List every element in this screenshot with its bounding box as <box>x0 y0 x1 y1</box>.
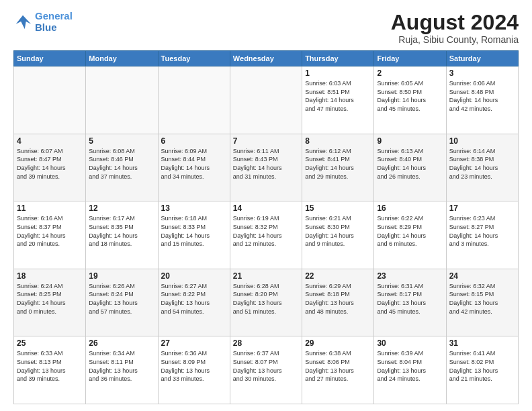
day-number: 3 <box>449 68 515 78</box>
day-info: Sunrise: 6:13 AM Sunset: 8:40 PM Dayligh… <box>377 147 443 181</box>
page-title: August 2024 <box>391 11 519 34</box>
calendar-cell: 19Sunrise: 6:26 AM Sunset: 8:24 PM Dayli… <box>86 269 158 336</box>
calendar-cell: 6Sunrise: 6:09 AM Sunset: 8:44 PM Daylig… <box>158 134 230 201</box>
day-info: Sunrise: 6:22 AM Sunset: 8:29 PM Dayligh… <box>377 214 443 248</box>
calendar-cell: 9Sunrise: 6:13 AM Sunset: 8:40 PM Daylig… <box>374 134 446 201</box>
day-info: Sunrise: 6:28 AM Sunset: 8:20 PM Dayligh… <box>233 282 299 316</box>
day-info: Sunrise: 6:11 AM Sunset: 8:43 PM Dayligh… <box>233 147 299 181</box>
day-info: Sunrise: 6:19 AM Sunset: 8:32 PM Dayligh… <box>233 214 299 248</box>
header: General Blue August 2024 Ruja, Sibiu Cou… <box>13 11 519 45</box>
day-info: Sunrise: 6:17 AM Sunset: 8:35 PM Dayligh… <box>89 214 154 248</box>
day-number: 5 <box>89 136 154 146</box>
calendar-week-1: 1Sunrise: 6:03 AM Sunset: 8:51 PM Daylig… <box>14 66 519 134</box>
calendar-cell <box>14 66 86 134</box>
calendar-cell: 27Sunrise: 6:36 AM Sunset: 8:09 PM Dayli… <box>158 336 230 404</box>
day-info: Sunrise: 6:06 AM Sunset: 8:48 PM Dayligh… <box>449 79 515 113</box>
calendar-cell: 13Sunrise: 6:18 AM Sunset: 8:33 PM Dayli… <box>158 201 230 269</box>
day-number: 17 <box>449 203 515 213</box>
day-info: Sunrise: 6:38 AM Sunset: 8:06 PM Dayligh… <box>305 349 371 383</box>
calendar-cell: 18Sunrise: 6:24 AM Sunset: 8:25 PM Dayli… <box>14 269 86 336</box>
calendar-cell: 5Sunrise: 6:08 AM Sunset: 8:46 PM Daylig… <box>86 134 158 201</box>
calendar-cell: 10Sunrise: 6:14 AM Sunset: 8:38 PM Dayli… <box>446 134 518 201</box>
day-number: 13 <box>161 203 227 213</box>
day-info: Sunrise: 6:36 AM Sunset: 8:09 PM Dayligh… <box>161 349 227 383</box>
day-number: 14 <box>233 203 299 213</box>
day-number: 29 <box>305 338 371 348</box>
day-number: 22 <box>305 271 371 281</box>
logo: General Blue <box>13 11 73 33</box>
calendar-cell: 17Sunrise: 6:23 AM Sunset: 8:27 PM Dayli… <box>446 201 518 269</box>
day-of-week-friday: Friday <box>374 51 446 66</box>
calendar-cell <box>158 66 230 134</box>
day-number: 27 <box>161 338 227 348</box>
day-info: Sunrise: 6:03 AM Sunset: 8:51 PM Dayligh… <box>305 79 371 113</box>
calendar-cell: 31Sunrise: 6:41 AM Sunset: 8:02 PM Dayli… <box>446 336 518 404</box>
day-of-week-tuesday: Tuesday <box>158 51 230 66</box>
svg-marker-0 <box>16 15 31 29</box>
logo-blue: Blue <box>35 22 73 34</box>
calendar-cell: 7Sunrise: 6:11 AM Sunset: 8:43 PM Daylig… <box>230 134 302 201</box>
calendar-cell: 29Sunrise: 6:38 AM Sunset: 8:06 PM Dayli… <box>302 336 374 404</box>
day-of-week-saturday: Saturday <box>446 51 518 66</box>
day-of-week-sunday: Sunday <box>14 51 86 66</box>
day-info: Sunrise: 6:31 AM Sunset: 8:17 PM Dayligh… <box>377 282 443 316</box>
calendar-week-2: 4Sunrise: 6:07 AM Sunset: 8:47 PM Daylig… <box>14 134 519 201</box>
calendar-cell: 3Sunrise: 6:06 AM Sunset: 8:48 PM Daylig… <box>446 66 518 134</box>
day-number: 18 <box>17 271 83 281</box>
day-info: Sunrise: 6:32 AM Sunset: 8:15 PM Dayligh… <box>449 282 515 316</box>
calendar-cell: 28Sunrise: 6:37 AM Sunset: 8:07 PM Dayli… <box>230 336 302 404</box>
day-number: 9 <box>377 136 443 146</box>
day-info: Sunrise: 6:12 AM Sunset: 8:41 PM Dayligh… <box>305 147 371 181</box>
day-info: Sunrise: 6:24 AM Sunset: 8:25 PM Dayligh… <box>17 282 83 316</box>
day-info: Sunrise: 6:14 AM Sunset: 8:38 PM Dayligh… <box>449 147 515 181</box>
day-number: 20 <box>161 271 227 281</box>
calendar-cell: 20Sunrise: 6:27 AM Sunset: 8:22 PM Dayli… <box>158 269 230 336</box>
day-info: Sunrise: 6:41 AM Sunset: 8:02 PM Dayligh… <box>449 349 515 383</box>
calendar-cell: 12Sunrise: 6:17 AM Sunset: 8:35 PM Dayli… <box>86 201 158 269</box>
calendar-cell <box>86 66 158 134</box>
day-number: 28 <box>233 338 299 348</box>
calendar-cell: 30Sunrise: 6:39 AM Sunset: 8:04 PM Dayli… <box>374 336 446 404</box>
calendar-week-3: 11Sunrise: 6:16 AM Sunset: 8:37 PM Dayli… <box>14 201 519 269</box>
day-number: 8 <box>305 136 371 146</box>
day-info: Sunrise: 6:27 AM Sunset: 8:22 PM Dayligh… <box>161 282 227 316</box>
calendar-body: 1Sunrise: 6:03 AM Sunset: 8:51 PM Daylig… <box>14 66 519 404</box>
day-info: Sunrise: 6:09 AM Sunset: 8:44 PM Dayligh… <box>161 147 227 181</box>
day-of-week-thursday: Thursday <box>302 51 374 66</box>
calendar-week-4: 18Sunrise: 6:24 AM Sunset: 8:25 PM Dayli… <box>14 269 519 336</box>
calendar-cell: 23Sunrise: 6:31 AM Sunset: 8:17 PM Dayli… <box>374 269 446 336</box>
day-number: 23 <box>377 271 443 281</box>
day-info: Sunrise: 6:39 AM Sunset: 8:04 PM Dayligh… <box>377 349 443 383</box>
page-subtitle: Ruja, Sibiu County, Romania <box>391 34 519 45</box>
day-info: Sunrise: 6:08 AM Sunset: 8:46 PM Dayligh… <box>89 147 154 181</box>
day-number: 4 <box>17 136 83 146</box>
day-number: 31 <box>449 338 515 348</box>
day-info: Sunrise: 6:21 AM Sunset: 8:30 PM Dayligh… <box>305 214 371 248</box>
day-number: 6 <box>161 136 227 146</box>
day-number: 11 <box>17 203 83 213</box>
day-of-week-wednesday: Wednesday <box>230 51 302 66</box>
calendar-cell: 15Sunrise: 6:21 AM Sunset: 8:30 PM Dayli… <box>302 201 374 269</box>
title-block: August 2024 Ruja, Sibiu County, Romania <box>391 11 519 45</box>
page: General Blue August 2024 Ruja, Sibiu Cou… <box>0 0 532 411</box>
calendar-cell: 22Sunrise: 6:29 AM Sunset: 8:18 PM Dayli… <box>302 269 374 336</box>
day-number: 10 <box>449 136 515 146</box>
day-info: Sunrise: 6:37 AM Sunset: 8:07 PM Dayligh… <box>233 349 299 383</box>
day-number: 25 <box>17 338 83 348</box>
day-info: Sunrise: 6:33 AM Sunset: 8:13 PM Dayligh… <box>17 349 83 383</box>
day-number: 1 <box>305 68 371 78</box>
day-number: 21 <box>233 271 299 281</box>
calendar-cell: 21Sunrise: 6:28 AM Sunset: 8:20 PM Dayli… <box>230 269 302 336</box>
day-info: Sunrise: 6:07 AM Sunset: 8:47 PM Dayligh… <box>17 147 83 181</box>
day-info: Sunrise: 6:18 AM Sunset: 8:33 PM Dayligh… <box>161 214 227 248</box>
day-number: 2 <box>377 68 443 78</box>
calendar-cell: 25Sunrise: 6:33 AM Sunset: 8:13 PM Dayli… <box>14 336 86 404</box>
days-of-week-row: SundayMondayTuesdayWednesdayThursdayFrid… <box>14 51 519 66</box>
day-info: Sunrise: 6:34 AM Sunset: 8:11 PM Dayligh… <box>89 349 154 383</box>
day-number: 16 <box>377 203 443 213</box>
calendar-header: SundayMondayTuesdayWednesdayThursdayFrid… <box>14 51 519 66</box>
day-info: Sunrise: 6:23 AM Sunset: 8:27 PM Dayligh… <box>449 214 515 248</box>
calendar-cell: 26Sunrise: 6:34 AM Sunset: 8:11 PM Dayli… <box>86 336 158 404</box>
day-info: Sunrise: 6:29 AM Sunset: 8:18 PM Dayligh… <box>305 282 371 316</box>
calendar-cell: 2Sunrise: 6:05 AM Sunset: 8:50 PM Daylig… <box>374 66 446 134</box>
